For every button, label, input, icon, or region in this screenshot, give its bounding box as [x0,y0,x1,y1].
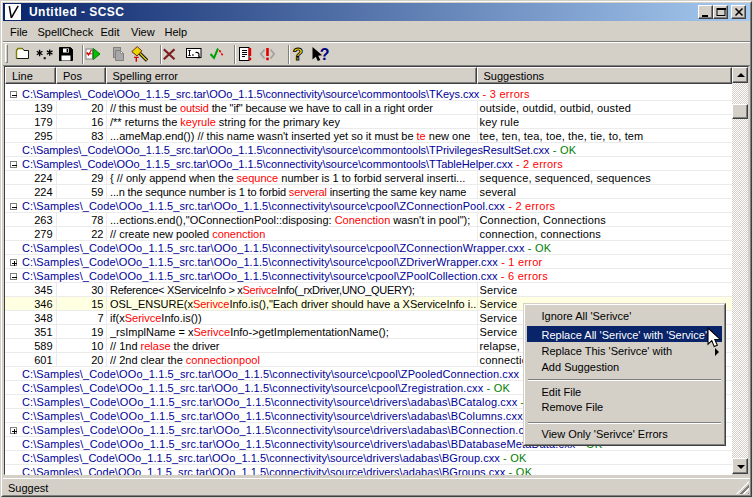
svg-text:?: ? [320,46,330,62]
svg-text:?: ? [293,46,303,62]
